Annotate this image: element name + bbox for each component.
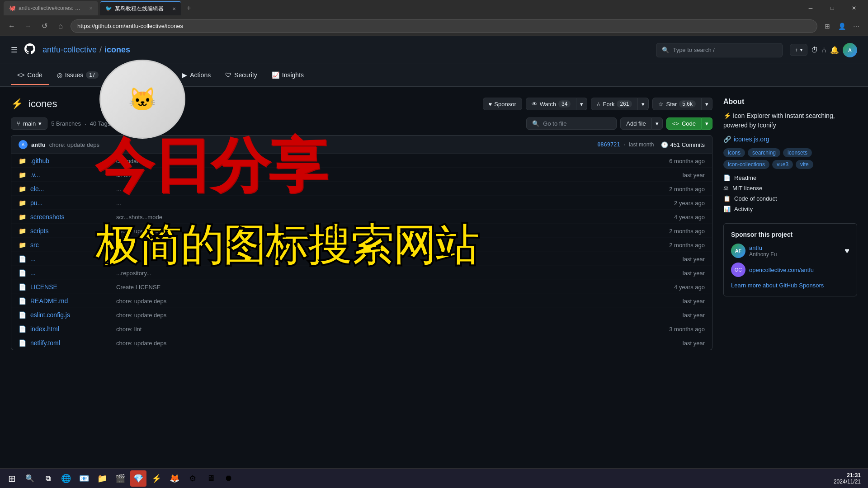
star-dropdown[interactable]: ▾: [702, 98, 712, 110]
commit-hash[interactable]: 0869721: [597, 141, 620, 148]
file-name[interactable]: src: [30, 241, 112, 249]
conduct-link[interactable]: 📋 Code of conduct: [723, 195, 857, 202]
file-name[interactable]: ...: [30, 269, 112, 277]
media-icon[interactable]: 🎬: [112, 470, 128, 487]
antfu-name[interactable]: antfu: [749, 244, 777, 251]
commits-link[interactable]: 🕐 451 Commits: [661, 141, 705, 148]
search-taskbar-button[interactable]: 🔍: [22, 470, 38, 487]
sponsor-button[interactable]: ♥ Sponsor: [483, 98, 522, 110]
settings-button[interactable]: ⋯: [850, 20, 863, 33]
taskview-button[interactable]: ⧉: [40, 470, 56, 487]
file-name[interactable]: README.md: [30, 297, 112, 305]
table-row[interactable]: 📄 index.html chore: lint 3 months ago: [11, 322, 712, 336]
tag-icons[interactable]: icons: [723, 148, 745, 157]
file-name[interactable]: .v...: [30, 171, 112, 178]
table-row[interactable]: 📁 .github ci: updat... 6 months ago: [11, 154, 712, 168]
table-row[interactable]: 📁 screenshots scr...shots...mode 4 years…: [11, 210, 712, 224]
profile-button[interactable]: 👤: [835, 20, 848, 33]
file-name[interactable]: ele...: [30, 185, 112, 192]
browser-tab-1[interactable]: 🐙 antfu-collective/icones: ⚡ Icon E... ✕: [4, 1, 98, 15]
tag-vite[interactable]: vite: [796, 160, 813, 169]
record-icon[interactable]: ⏺: [221, 470, 237, 487]
watch-dropdown[interactable]: ▾: [576, 98, 587, 110]
license-link[interactable]: ⚖ MIT license: [723, 185, 857, 192]
reload-button[interactable]: ↺: [38, 20, 51, 33]
repo-link[interactable]: icones: [104, 45, 130, 55]
branch-selector[interactable]: ⑂ main ▾: [11, 117, 47, 130]
table-row[interactable]: 📄 ... ... last year: [11, 252, 712, 266]
tag-iconsets[interactable]: iconsets: [783, 148, 812, 157]
about-website-link[interactable]: 🔗 icones.js.org: [723, 136, 857, 143]
tags-link[interactable]: 40 Tags: [90, 120, 110, 127]
file-name[interactable]: eslint.config.js: [30, 311, 112, 319]
outlook-icon[interactable]: 📧: [76, 470, 92, 487]
tag-searching[interactable]: searching: [748, 148, 780, 157]
app2-icon[interactable]: ⚡: [148, 470, 165, 487]
start-button[interactable]: ⊞: [4, 470, 20, 487]
table-row[interactable]: 📄 ... ...repository... last year: [11, 266, 712, 280]
tab-actions[interactable]: ▶ Actions: [176, 66, 217, 85]
settings-taskbar-icon[interactable]: ⚙: [184, 470, 201, 487]
file-name[interactable]: scripts: [30, 227, 112, 235]
table-row[interactable]: 📄 README.md chore: update deps last year: [11, 294, 712, 308]
file-name[interactable]: LICENSE: [30, 283, 112, 291]
new-tab-button[interactable]: +: [183, 2, 194, 14]
learn-more-link[interactable]: Learn more about GitHub Sponsors: [731, 282, 824, 289]
address-bar[interactable]: https://github.com/antfu-collective/icon…: [71, 19, 817, 33]
tab1-close[interactable]: ✕: [89, 6, 93, 11]
file-name[interactable]: ...: [30, 255, 112, 263]
heart-sponsor-button[interactable]: ♥: [844, 246, 849, 256]
org-link[interactable]: antfu-collective: [42, 45, 97, 55]
file-name[interactable]: .github: [30, 157, 112, 164]
table-row[interactable]: 📁 .v... ci: u... last year: [11, 168, 712, 182]
edge-icon[interactable]: 🌐: [58, 470, 74, 487]
table-row[interactable]: 📁 ele... ... 2 months ago: [11, 182, 712, 196]
app1-icon[interactable]: 💎: [130, 470, 146, 487]
table-row[interactable]: 📄 LICENSE Create LICENSE 4 years ago: [11, 280, 712, 294]
go-to-file-button[interactable]: 🔍 Go to file: [526, 117, 617, 130]
tab-issues[interactable]: ◎ Issues 17: [51, 66, 105, 85]
firefox-icon[interactable]: 🦊: [166, 470, 183, 487]
sidebar-toggle[interactable]: ☰: [11, 46, 17, 54]
tab-insights[interactable]: 📈 Insights: [265, 66, 310, 85]
table-row[interactable]: 📁 src ... 2 months ago: [11, 238, 712, 252]
avatar[interactable]: A: [843, 43, 857, 57]
branches-link[interactable]: 5 Branches: [51, 120, 81, 127]
maximize-button[interactable]: □: [822, 1, 843, 15]
create-button[interactable]: + ▾: [790, 44, 807, 56]
commit-author[interactable]: antfu: [31, 141, 46, 148]
readme-link[interactable]: 📄 Readme: [723, 174, 857, 181]
code-dropdown[interactable]: ▾: [702, 117, 712, 130]
explorer-icon[interactable]: 📁: [94, 470, 110, 487]
add-file-dropdown[interactable]: ▾: [652, 117, 663, 130]
notifications-button[interactable]: 🔔: [830, 46, 839, 54]
fork-dropdown[interactable]: ▾: [638, 98, 649, 110]
tab-security[interactable]: 🛡 Security: [219, 66, 264, 85]
github-logo[interactable]: [24, 43, 35, 57]
search-box[interactable]: 🔍 Type to search /: [656, 43, 783, 57]
tab2-close[interactable]: ✕: [172, 6, 176, 11]
close-button[interactable]: ✕: [844, 1, 864, 15]
extensions-button[interactable]: ⊞: [821, 20, 834, 33]
star-button[interactable]: ☆ Star 5.6k: [652, 98, 702, 110]
back-button[interactable]: ←: [5, 20, 18, 33]
activity-link[interactable]: 📊 Activity: [723, 206, 857, 212]
tag-icon-collections[interactable]: icon-collections: [723, 160, 769, 169]
table-row[interactable]: 📁 scripts chore: update deps 2 months ag…: [11, 224, 712, 238]
forward-button[interactable]: →: [22, 20, 34, 33]
tab-code[interactable]: <> Code: [11, 66, 49, 85]
home-button[interactable]: ⌂: [54, 20, 67, 33]
tag-vue3[interactable]: vue3: [772, 160, 793, 169]
tab-pulls[interactable]: ⑃ Pull requests 4: [107, 66, 175, 85]
file-name[interactable]: index.html: [30, 325, 112, 333]
table-row[interactable]: 📁 pu... ... 2 years ago: [11, 196, 712, 210]
browser-tab-2[interactable]: 🐦 某鸟教程在线编辑器 ✕: [100, 1, 181, 15]
minimize-button[interactable]: ─: [800, 1, 821, 15]
fork-button[interactable]: ⑃ Fork 261: [591, 98, 638, 110]
code-button[interactable]: <> Code: [666, 117, 702, 130]
pulls-button[interactable]: ⑃: [822, 46, 826, 54]
table-row[interactable]: 📄 netlify.toml chore: update deps last y…: [11, 336, 712, 350]
timer-button[interactable]: ⏱: [811, 46, 818, 54]
file-name[interactable]: netlify.toml: [30, 339, 112, 347]
watch-button[interactable]: 👁 Watch 34: [526, 98, 577, 110]
